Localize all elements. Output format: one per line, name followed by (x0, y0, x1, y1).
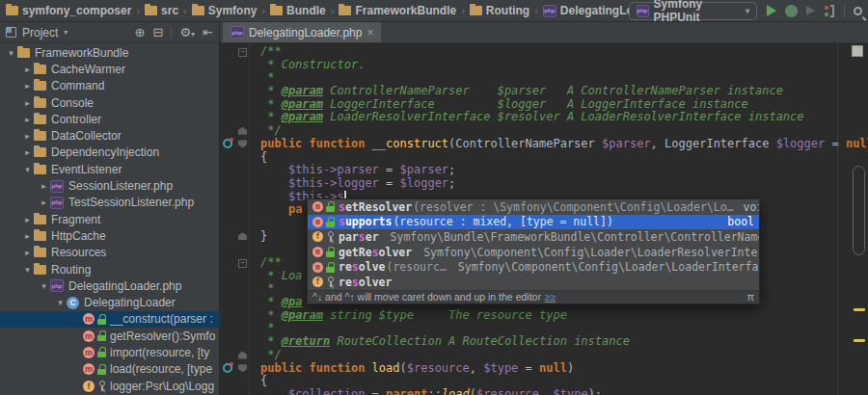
breadcrumb-item[interactable]: src (145, 4, 178, 17)
override-marker-icon[interactable] (223, 139, 232, 148)
tree-expand-arrow[interactable]: ▸ (21, 115, 34, 124)
php-file-icon: php (50, 180, 64, 193)
tree-item[interactable]: ▾EventListener (0, 161, 220, 177)
tree-item[interactable]: ▾phpDelegatingLoader.php (0, 277, 220, 294)
close-icon[interactable]: × (366, 27, 373, 39)
run-with-coverage-icon[interactable] (806, 6, 815, 15)
tree-expand-arrow[interactable]: ▸ (21, 147, 34, 157)
warning-stripe-mark[interactable] (854, 308, 865, 311)
tree-expand-arrow[interactable]: ▸ (21, 65, 34, 74)
tree-item[interactable]: ▸HttpCache (0, 227, 220, 244)
tree-expand-arrow[interactable]: ▸ (21, 231, 34, 241)
tree-expand-arrow[interactable]: ▾ (54, 298, 67, 307)
tree-item[interactable]: mgetResolver():Symfo (0, 328, 220, 344)
code-token: LoggerInterface $logger A LoggerInterfac… (323, 98, 748, 111)
fold-marker-icon[interactable] (238, 364, 247, 372)
code-token: * (260, 335, 282, 348)
inspection-indicator[interactable] (852, 45, 863, 57)
folder-icon (34, 115, 46, 124)
fold-marker-icon[interactable] (238, 352, 247, 359)
tree-expand-arrow[interactable]: ▸ (21, 98, 34, 108)
tree-item[interactable]: ▸phpTestSessionListener.php (0, 195, 220, 211)
completion-params: (resourc… (387, 260, 447, 274)
tree-item[interactable]: ▸Resources (0, 245, 220, 261)
code-token: ControllerNameParser $parser A Controlle… (323, 85, 783, 97)
tree-item-label: load(resource, [type (110, 362, 212, 376)
listen-debug-connections-icon[interactable] (824, 5, 835, 17)
completion-item[interactable]: fparserSymfony\Bundle\FrameworkBundle\Co… (308, 229, 759, 245)
tree-item[interactable]: ▸Console (0, 94, 220, 111)
completion-hint-link[interactable]: ≥≥ (545, 291, 556, 303)
tree-expand-arrow[interactable]: ▸ (38, 181, 50, 191)
tree-expand-arrow[interactable]: ▸ (38, 198, 50, 207)
method-icon: m (83, 347, 95, 358)
tree-item[interactable]: ▸CacheWarmer (0, 61, 220, 77)
fold-marker-icon[interactable]: − (238, 259, 247, 268)
warning-stripe-mark[interactable] (854, 339, 865, 342)
completion-params: (resolver : \Symfony\Component\Config\Lo… (413, 200, 733, 214)
breadcrumb-item[interactable]: phpDelegatingLoader.php (543, 4, 629, 17)
completion-name: resolver (339, 276, 392, 289)
tree-expand-arrow[interactable]: ▾ (5, 48, 17, 58)
override-marker-icon[interactable] (223, 363, 232, 373)
fold-marker-icon[interactable] (238, 127, 247, 135)
tree-item[interactable]: ▸phpSessionListener.php (0, 177, 220, 194)
breadcrumb-item[interactable]: Symfony (192, 4, 258, 17)
tree-expand-arrow[interactable]: ▸ (21, 131, 34, 141)
run-configuration-select[interactable]: php Symfony PHPUnit ▾ (629, 2, 757, 20)
collapse-all-icon[interactable]: ⊟ (153, 25, 164, 40)
breadcrumb-item[interactable]: symfony_composer (6, 4, 131, 17)
run-button[interactable] (767, 5, 776, 16)
code-token: * (260, 98, 282, 111)
project-tree[interactable]: ▾FrameworkBundle▸CacheWarmer▸Command▸Con… (0, 44, 220, 395)
tree-item[interactable]: ▸DependencyInjection (0, 145, 220, 161)
fold-marker-icon[interactable]: − (238, 48, 247, 57)
breadcrumb-toolbar: symfony_composer›src›Symfony›Bundle›Fram… (0, 0, 868, 22)
tree-item[interactable]: mimport(resource, [ty (0, 344, 220, 360)
tree-expand-arrow[interactable]: ▾ (21, 265, 34, 275)
tree-expand-arrow[interactable]: ▾ (38, 281, 50, 291)
hide-panel-icon[interactable]: ⇤ (203, 25, 213, 40)
tree-item[interactable]: ▾FrameworkBundle (0, 44, 220, 61)
tree-item[interactable]: mload(resource, [type (0, 361, 220, 378)
completion-item[interactable]: msupports(resource : mixed, [type = null… (308, 215, 759, 230)
key-icon (326, 276, 335, 287)
breadcrumb-item[interactable]: FrameworkBundle (339, 4, 456, 17)
tree-item[interactable]: ▾CDelegatingLoader (0, 294, 220, 310)
tree-item-label: __construct(parser : (110, 312, 213, 326)
completion-sort-icon[interactable]: π (746, 291, 754, 303)
tree-item[interactable]: ▸Command (0, 78, 220, 94)
project-panel-title[interactable]: Project (22, 26, 58, 40)
locate-file-icon[interactable]: ⊕ (135, 25, 146, 40)
tree-item[interactable]: ▸Fragment (0, 211, 220, 227)
code-token: $this->logger (288, 177, 379, 190)
tree-item-label: DelegatingLoader.php (68, 279, 181, 293)
tree-expand-arrow[interactable]: ▾ (21, 165, 34, 174)
scrollbar-thumb[interactable] (853, 166, 865, 255)
completion-item[interactable]: fresolver (308, 275, 759, 290)
code-line: */ (260, 349, 868, 362)
gear-icon[interactable]: ⚙▾ (179, 25, 195, 40)
breadcrumb-item[interactable]: Bundle (270, 4, 326, 17)
tree-expand-arrow[interactable]: ▸ (21, 248, 34, 257)
debug-button[interactable] (785, 5, 798, 17)
tree-expand-arrow[interactable]: ▸ (21, 81, 34, 91)
code-line: public function load($resource, $type = … (260, 362, 868, 376)
fold-marker-icon[interactable] (238, 232, 247, 240)
fold-marker-icon[interactable] (238, 140, 247, 147)
completion-item[interactable]: msetResolver(resolver : \Symfony\Compone… (308, 199, 759, 215)
search-icon[interactable] (854, 7, 862, 15)
breadcrumb-label: Bundle (286, 4, 326, 17)
tree-item[interactable]: ▾Routing (0, 261, 220, 277)
breadcrumb-item[interactable]: Routing (470, 4, 529, 17)
tree-item[interactable]: m__construct(parser : (0, 311, 220, 328)
tree-item[interactable]: ▸Controller (0, 111, 220, 127)
tree-item[interactable]: flogger:Psr\Log\Logg (0, 378, 220, 394)
tab-delegatingloader[interactable]: php DelegatingLoader.php × (223, 22, 381, 42)
completion-item[interactable]: mgetResolverSymfony\Component\Config\Loa… (308, 245, 759, 260)
completion-item[interactable]: mresolve(resourc…Symfony\Component\Confi… (308, 259, 759, 275)
tree-expand-arrow[interactable]: ▸ (21, 215, 34, 224)
chevron-down-icon[interactable]: ▾ (64, 28, 68, 37)
tree-item[interactable]: ▸DataCollector (0, 127, 220, 144)
code-token: ; (448, 177, 455, 190)
